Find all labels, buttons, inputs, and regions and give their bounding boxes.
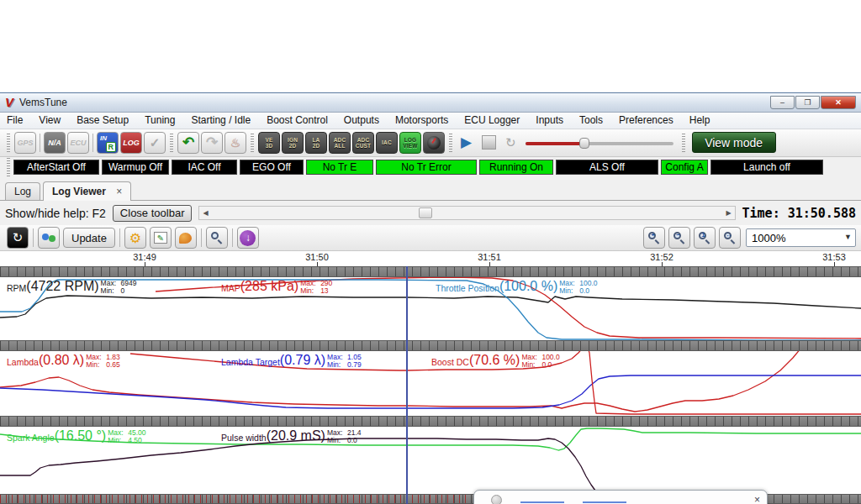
toolbar-grip[interactable] [449, 134, 452, 152]
update-button[interactable]: Update [63, 228, 115, 248]
chart-panels[interactable]: RPM(4722 RPM)Max:6949Min:0MAP(285 kPa)Ma… [0, 266, 861, 504]
menu-item-ecu-logger[interactable]: ECU Logger [464, 114, 520, 126]
toolbar-grip[interactable] [682, 134, 685, 152]
toolbar-separator [33, 228, 34, 247]
minimize-button[interactable]: – [770, 96, 795, 109]
bottom-popup[interactable]: × [473, 490, 768, 504]
menu-item-view[interactable]: View [39, 114, 61, 126]
menu-bar: FileViewBase SetupTuningStarting / IdleB… [0, 113, 861, 129]
menu-item-inputs[interactable]: Inputs [536, 114, 563, 126]
zoom-one-icon: 1 [699, 232, 710, 244]
trace-spark-angle [0, 428, 861, 450]
scroll-right-icon[interactable]: ▶ [723, 207, 735, 219]
toolbar-separator [119, 228, 120, 247]
menu-item-outputs[interactable]: Outputs [344, 114, 379, 126]
close-button[interactable]: ✕ [821, 96, 856, 109]
menu-item-file[interactable]: File [7, 114, 23, 126]
toolbar-grip[interactable] [7, 134, 10, 152]
menu-item-base-setup[interactable]: Base Setup [77, 114, 129, 126]
edit-channels-button[interactable]: ✎ [150, 227, 172, 249]
toolbar-button-ign-2d[interactable]: IGN2D [282, 132, 304, 154]
scroll-left-icon[interactable]: ◀ [199, 207, 211, 219]
menu-item-boost-control[interactable]: Boost Control [267, 114, 328, 126]
tab-close-icon[interactable]: × [116, 186, 122, 197]
popup-close-icon[interactable]: × [754, 495, 760, 504]
menu-item-tuning[interactable]: Tuning [145, 114, 175, 126]
redo-button[interactable]: ↷ [201, 132, 223, 154]
toolbar-button-la-2d[interactable]: LA2D [305, 132, 327, 154]
scrollbar-thumb[interactable] [419, 207, 432, 218]
zoom-reset-button[interactable]: 1 [694, 227, 716, 249]
status-iac-off: IAC Off [172, 160, 237, 175]
tab-log-viewer[interactable]: Log Viewer × [43, 181, 131, 201]
menu-item-tools[interactable]: Tools [579, 114, 603, 126]
share-button[interactable] [38, 227, 60, 249]
panel2-plot[interactable]: Lambda(0.80 λ)Max:1.83Min:0.65Lambda Tar… [0, 351, 861, 416]
toolbar-button-ve-3d[interactable]: VE3D [258, 132, 280, 154]
inr-r-label: R [106, 142, 117, 152]
status-afterstart-off: AfterStart Off [13, 160, 99, 175]
undo-button[interactable]: ↶ [177, 132, 199, 154]
burn-button[interactable]: ♨ [224, 132, 246, 154]
toolbar-button-adc-cust[interactable]: ADCCUST [352, 132, 374, 154]
panel1-ruler [0, 266, 861, 277]
menu-item-help[interactable]: Help [689, 114, 710, 126]
toolbar-grip[interactable] [7, 158, 10, 176]
toolbar-grip[interactable] [251, 134, 254, 152]
toolbar-button-adc-all[interactable]: ADCALL [329, 132, 351, 154]
search-button[interactable] [206, 227, 228, 249]
status-warmup-off: Warmup Off [102, 160, 169, 175]
chevron-down-icon: ▼ [844, 233, 852, 241]
log-scrollbar[interactable]: ◀ ▶ [198, 206, 735, 220]
playback-cursor[interactable] [406, 266, 408, 504]
status-launch-off: Launch off [710, 160, 823, 175]
ecu-button[interactable]: ECU [67, 132, 89, 154]
na-button[interactable]: N/A [44, 132, 66, 154]
menu-item-motorsports[interactable]: Motorsports [395, 114, 448, 126]
menu-item-starting-idle[interactable]: Starting / Idle [191, 114, 251, 126]
people-icon [42, 232, 55, 244]
loop-button[interactable]: ↻ [505, 135, 516, 150]
zoom-fit-icon: ↔ [724, 232, 736, 244]
zoom-level-select[interactable]: 1000% ▼ [746, 228, 856, 247]
zoom-out-button[interactable]: − [668, 227, 690, 249]
globe-icon [491, 495, 502, 504]
toolbar-button-log-view[interactable]: LOGVIEW [399, 132, 421, 154]
playback-slider[interactable] [526, 135, 673, 150]
close-toolbar-button[interactable]: Close toolbar [113, 205, 193, 222]
toolbar-grip[interactable] [170, 134, 173, 152]
gauge-view-button[interactable] [423, 132, 445, 154]
toolbar-button-iac[interactable]: IAC [376, 132, 398, 154]
menu-item-preferences[interactable]: Preferences [619, 114, 673, 126]
settings-button[interactable]: ⚙ [124, 227, 146, 249]
trace-lambda [0, 351, 806, 412]
download-icon: ↓ [240, 230, 256, 246]
title-bar[interactable]: V VemsTune – ❐ ✕ [0, 93, 861, 113]
panel3-plot[interactable]: Spark Angle(16.50 °)Max:45.00Min:4.50Pul… [0, 427, 861, 494]
refresh-button[interactable]: ↻ [7, 227, 29, 249]
zoom-in-button[interactable]: + [643, 227, 665, 249]
validate-button[interactable]: ✓ [144, 132, 166, 154]
time-tick-label: 31:49 [133, 252, 156, 262]
slider-thumb[interactable] [579, 138, 589, 149]
check-icon: ✓ [150, 135, 161, 150]
tab-log-viewer-label: Log Viewer [52, 186, 106, 197]
panel1-plot[interactable]: RPM(4722 RPM)Max:6949Min:0MAP(285 kPa)Ma… [0, 277, 861, 340]
view-mode-button[interactable]: View mode [692, 132, 776, 153]
play-button[interactable]: ▶ [461, 134, 472, 151]
log-button[interactable]: LOG [120, 132, 142, 154]
gps-button[interactable]: GPS [14, 132, 36, 154]
colors-button[interactable] [175, 227, 197, 249]
time-tick-label: 31:51 [478, 252, 501, 262]
stop-button[interactable] [482, 135, 496, 150]
help-bar: Show/hide help: F2 Close toolbar ◀ ▶ Tim… [0, 201, 861, 225]
tab-log[interactable]: Log [5, 182, 40, 200]
zoom-fit-button[interactable]: ↔ [719, 227, 741, 249]
input-replay-button[interactable]: IN R [97, 132, 119, 154]
inr-in-label: IN [100, 134, 107, 142]
trace-tps [0, 280, 861, 340]
download-button[interactable]: ↓ [237, 227, 259, 249]
maximize-button[interactable]: ❐ [795, 96, 820, 109]
tab-bar: Log Log Viewer × [0, 176, 861, 201]
gauge-icon [427, 136, 441, 150]
